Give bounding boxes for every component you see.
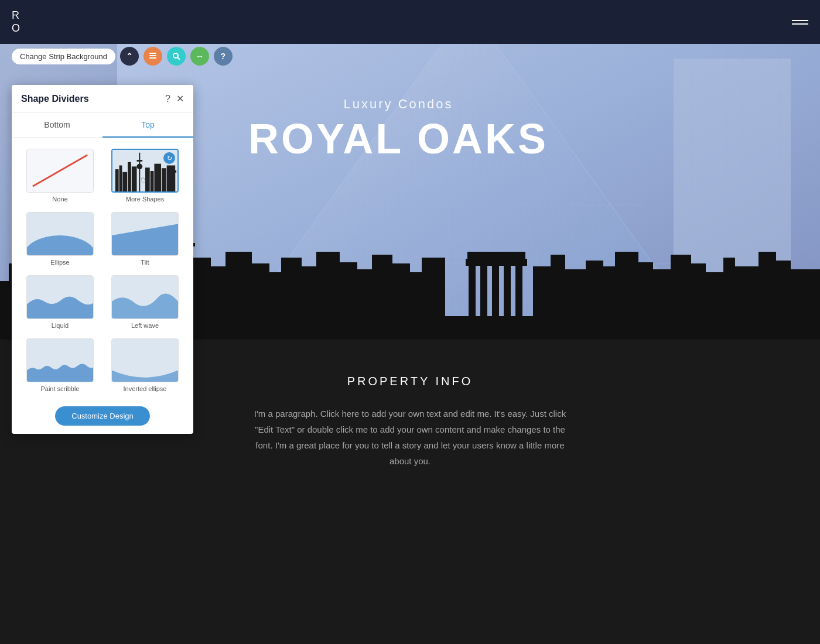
svg-rect-19 xyxy=(162,168,166,191)
help-button[interactable]: ? xyxy=(214,47,233,66)
svg-point-3 xyxy=(173,53,178,58)
panel-help-button[interactable]: ? xyxy=(165,94,170,104)
shape-grid: None xyxy=(12,138,193,403)
cursor-hand: ☞ xyxy=(141,174,150,187)
panel-close-button[interactable]: ✕ xyxy=(176,93,184,104)
property-info-text: I'm a paragraph. Click here to add your … xyxy=(249,406,571,469)
logo-line2: O xyxy=(12,22,20,35)
tab-top[interactable]: Top xyxy=(102,113,193,138)
panel-title: Shape Dividers xyxy=(21,94,89,104)
shape-invertedellipse-label: Inverted ellipse xyxy=(124,385,167,392)
shape-invertedellipse[interactable]: Inverted ellipse xyxy=(102,334,187,397)
svg-rect-21 xyxy=(169,172,171,191)
shape-tilt[interactable]: Tilt xyxy=(102,207,187,270)
hamburger-line xyxy=(792,20,808,21)
shape-none-preview xyxy=(26,149,94,193)
customize-design-button[interactable]: Customize Design xyxy=(55,406,150,426)
layers-button[interactable] xyxy=(144,47,162,66)
panel-header: Shape Dividers ? ✕ xyxy=(12,85,193,113)
shape-liquid[interactable]: Liquid xyxy=(18,270,102,334)
shape-tilt-preview xyxy=(111,212,179,256)
hamburger-menu[interactable] xyxy=(792,20,808,25)
shape-ellipse[interactable]: Ellipse xyxy=(18,207,102,270)
svg-rect-10 xyxy=(122,172,127,191)
shape-leftwave[interactable]: Left wave xyxy=(102,270,187,334)
shape-none[interactable]: None xyxy=(18,144,102,207)
shape-ellipse-preview xyxy=(26,212,94,256)
shape-paintscribble-label: Paint scribble xyxy=(40,385,79,392)
property-info-title: PROPERTY INFO xyxy=(347,375,473,388)
svg-rect-17 xyxy=(151,171,154,191)
svg-rect-23 xyxy=(173,172,175,191)
shape-city-preview: ↻ ☞ xyxy=(111,149,179,193)
shape-tilt-label: Tilt xyxy=(141,259,149,266)
change-bg-button[interactable]: Change Strip Background xyxy=(12,49,115,64)
svg-rect-24 xyxy=(169,170,177,173)
shape-none-label: None xyxy=(52,196,67,203)
shape-liquid-preview xyxy=(26,275,94,319)
svg-rect-9 xyxy=(119,166,122,191)
shape-city[interactable]: ↻ ☞ More Shapes xyxy=(102,144,187,207)
svg-rect-0 xyxy=(149,53,156,54)
shape-paintscribble[interactable]: Paint scribble xyxy=(18,334,102,397)
panel-header-icons: ? ✕ xyxy=(165,93,184,104)
logo-line1: R xyxy=(12,9,20,22)
svg-rect-15 xyxy=(137,160,143,162)
refresh-icon: ↻ xyxy=(163,152,175,164)
shape-paintscribble-preview xyxy=(26,338,94,382)
hero-text: Luxury Condos ROYAL OAKS xyxy=(223,97,574,160)
tab-bottom[interactable]: Bottom xyxy=(12,113,102,138)
search-button[interactable] xyxy=(167,47,186,66)
svg-rect-11 xyxy=(128,162,131,191)
svg-rect-12 xyxy=(132,166,137,191)
svg-rect-22 xyxy=(171,172,173,191)
shape-ellipse-label: Ellipse xyxy=(50,259,69,266)
chevron-up-button[interactable]: ⌃ xyxy=(120,47,139,66)
shape-dividers-panel: Shape Dividers ? ✕ Bottom Top None xyxy=(12,85,193,434)
svg-rect-1 xyxy=(149,55,156,56)
shape-invertedellipse-preview xyxy=(111,338,179,382)
panel-tabs: Bottom Top xyxy=(12,113,193,138)
hero-subtitle: Luxury Condos xyxy=(223,97,574,112)
svg-point-14 xyxy=(137,164,143,169)
logo: R O xyxy=(12,9,20,35)
svg-line-4 xyxy=(177,57,180,60)
shape-liquid-label: Liquid xyxy=(52,322,69,329)
svg-rect-88 xyxy=(467,252,525,260)
svg-rect-8 xyxy=(115,169,119,191)
toolbar: Change Strip Background ⌃ ↔ ? xyxy=(12,47,233,66)
top-bar: R O xyxy=(0,0,820,44)
svg-rect-2 xyxy=(149,57,156,59)
shape-leftwave-label: Left wave xyxy=(131,322,159,329)
shape-leftwave-preview xyxy=(111,275,179,319)
shape-city-label: More Shapes xyxy=(126,196,164,203)
hero-title: ROYAL OAKS xyxy=(223,118,574,160)
arrows-h-button[interactable]: ↔ xyxy=(190,47,209,66)
hamburger-line xyxy=(792,23,808,25)
svg-rect-18 xyxy=(154,164,161,191)
